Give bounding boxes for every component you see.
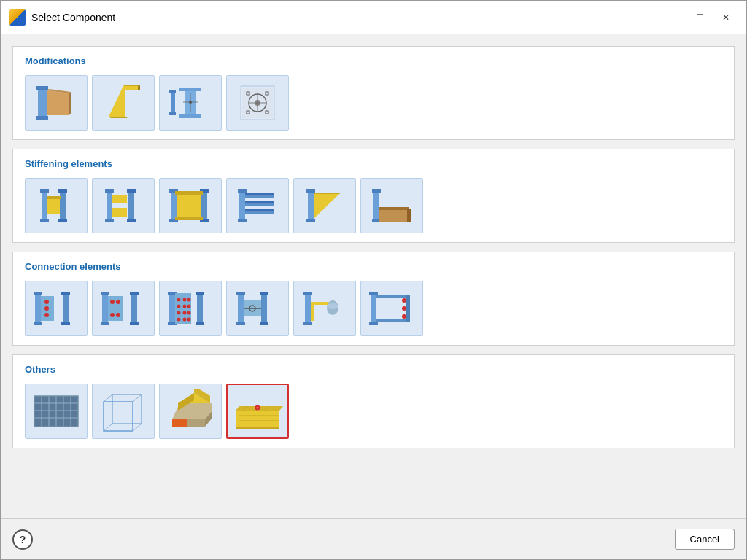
svg-rect-2 — [36, 116, 48, 120]
svg-rect-43 — [112, 195, 127, 203]
svg-rect-95 — [169, 292, 175, 325]
svg-marker-5 — [69, 92, 71, 115]
other-item-1[interactable] — [25, 384, 88, 439]
modifications-title: Modifications — [25, 55, 722, 66]
other-item-2[interactable] — [92, 384, 155, 439]
footer: ? Cancel — [1, 518, 746, 559]
mod-item-4[interactable] — [226, 75, 289, 131]
conn-item-3[interactable] — [159, 281, 222, 336]
svg-point-138 — [402, 314, 406, 319]
svg-marker-7 — [109, 117, 128, 118]
conn-item-6[interactable] — [360, 281, 423, 336]
svg-point-103 — [183, 298, 187, 302]
mod-item-2[interactable] — [92, 75, 155, 131]
svg-point-92 — [116, 300, 120, 304]
select-component-window: Select Component — ☐ ✕ Modifications — [0, 0, 747, 560]
svg-rect-40 — [128, 189, 134, 222]
maximize-button[interactable]: ☐ — [688, 9, 711, 26]
svg-point-112 — [183, 318, 187, 322]
minimize-button[interactable]: — — [662, 9, 685, 26]
svg-marker-67 — [314, 192, 341, 194]
svg-rect-89 — [130, 292, 139, 295]
svg-rect-163 — [236, 427, 279, 429]
svg-rect-118 — [260, 292, 268, 295]
svg-rect-115 — [236, 292, 245, 295]
svg-rect-42 — [127, 219, 136, 222]
cancel-button[interactable]: Cancel — [675, 529, 735, 550]
help-button[interactable]: ? — [12, 529, 33, 550]
svg-point-102 — [177, 298, 181, 302]
svg-rect-41 — [127, 189, 136, 192]
stiff-item-1[interactable] — [25, 178, 88, 233]
svg-line-152 — [133, 394, 142, 402]
svg-rect-68 — [374, 189, 379, 222]
svg-rect-133 — [376, 295, 409, 298]
svg-rect-39 — [105, 219, 114, 222]
svg-rect-15 — [171, 93, 175, 112]
svg-rect-84 — [102, 292, 108, 325]
svg-rect-52 — [175, 191, 203, 195]
svg-line-153 — [104, 424, 112, 431]
title-bar-left: Select Component — [9, 9, 115, 26]
svg-point-94 — [116, 313, 120, 317]
stiff-item-5[interactable] — [293, 178, 356, 233]
stiffening-items — [25, 178, 722, 233]
others-title: Others — [25, 364, 722, 375]
svg-point-110 — [187, 311, 191, 315]
mod-item-3[interactable] — [159, 75, 222, 131]
svg-marker-8 — [123, 85, 140, 86]
svg-rect-130 — [371, 292, 376, 325]
svg-point-81 — [44, 300, 49, 304]
svg-rect-162 — [236, 411, 279, 428]
svg-rect-30 — [40, 189, 49, 192]
svg-rect-76 — [34, 322, 42, 325]
conn-item-4[interactable] — [226, 281, 289, 336]
svg-rect-54 — [239, 189, 245, 222]
mod-item-1[interactable] — [25, 75, 88, 131]
app-icon — [9, 9, 26, 26]
svg-point-91 — [110, 300, 115, 304]
svg-rect-36 — [47, 196, 61, 199]
svg-rect-100 — [196, 292, 204, 295]
stiff-item-3[interactable] — [159, 178, 222, 233]
svg-rect-56 — [238, 219, 247, 222]
connection-section: Connection elements — [12, 252, 735, 346]
svg-point-104 — [187, 298, 191, 302]
svg-rect-34 — [58, 219, 67, 222]
svg-rect-79 — [61, 292, 70, 295]
svg-point-108 — [177, 311, 181, 315]
conn-item-5[interactable] — [293, 281, 356, 336]
svg-rect-125 — [303, 322, 312, 325]
svg-rect-62 — [245, 209, 274, 211]
conn-item-1[interactable] — [25, 281, 88, 336]
svg-rect-55 — [238, 189, 247, 192]
svg-rect-29 — [42, 189, 47, 222]
conn-item-2[interactable] — [92, 281, 155, 336]
svg-rect-69 — [372, 189, 381, 192]
stiff-item-2[interactable] — [92, 178, 155, 233]
svg-rect-71 — [379, 209, 409, 222]
svg-point-18 — [189, 101, 192, 104]
svg-rect-161 — [172, 419, 187, 427]
stiff-item-4[interactable] — [226, 178, 289, 233]
svg-rect-99 — [197, 292, 203, 325]
modifications-section: Modifications — [12, 46, 735, 140]
svg-point-136 — [402, 298, 406, 303]
svg-point-83 — [44, 313, 49, 317]
svg-rect-73 — [407, 209, 411, 222]
svg-rect-32 — [60, 189, 66, 222]
svg-point-107 — [187, 305, 191, 308]
svg-point-106 — [183, 305, 187, 308]
svg-rect-0 — [38, 86, 47, 120]
svg-rect-38 — [105, 189, 114, 192]
svg-marker-66 — [314, 194, 339, 219]
window-controls: — ☐ ✕ — [662, 9, 738, 26]
other-item-4[interactable]: Fasteners — [226, 384, 289, 439]
other-item-3[interactable] — [159, 384, 222, 439]
close-button[interactable]: ✕ — [714, 9, 738, 26]
stiff-item-6[interactable] — [360, 178, 423, 233]
connection-title: Connection elements — [25, 261, 722, 272]
svg-point-82 — [44, 306, 49, 311]
svg-rect-75 — [34, 292, 42, 295]
connection-items — [25, 281, 722, 336]
